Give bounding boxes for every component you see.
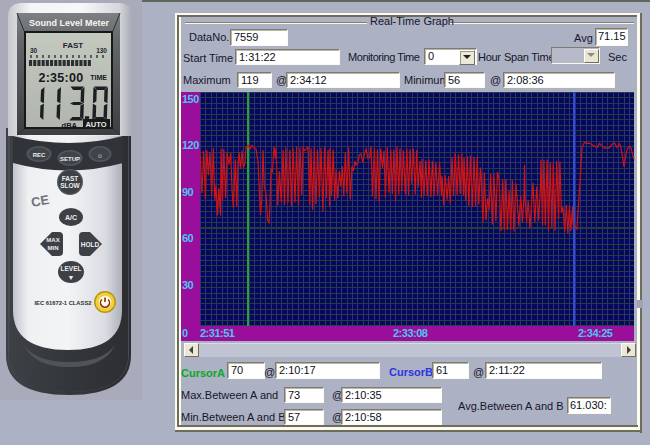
svg-text:A/C: A/C [65,214,77,221]
svg-text:REC: REC [33,152,46,158]
svg-text:CE: CE [30,192,51,210]
svg-text:TIME: TIME [90,74,107,81]
svg-text:MIN: MIN [48,245,59,251]
svg-text:▼: ▼ [68,274,75,281]
svg-text:2:35:00: 2:35:00 [38,71,83,85]
svg-text:30: 30 [30,47,38,54]
svg-text:FAST: FAST [63,41,84,50]
svg-text:Sound Level Meter: Sound Level Meter [29,18,110,28]
svg-text:HOLD: HOLD [81,241,100,248]
svg-text:dBA: dBA [62,121,78,130]
svg-text:130: 130 [96,47,107,54]
svg-text:SETUP: SETUP [60,156,80,162]
svg-text:IEC 61672-1 CLASS2: IEC 61672-1 CLASS2 [34,300,91,306]
svg-text:LEVEL: LEVEL [61,265,82,272]
svg-text:AUTO: AUTO [85,120,106,129]
svg-text:FAST: FAST [62,175,79,182]
svg-text:MAX: MAX [46,237,59,243]
svg-text:SLOW: SLOW [60,182,80,189]
svg-text:☼: ☼ [97,152,103,159]
